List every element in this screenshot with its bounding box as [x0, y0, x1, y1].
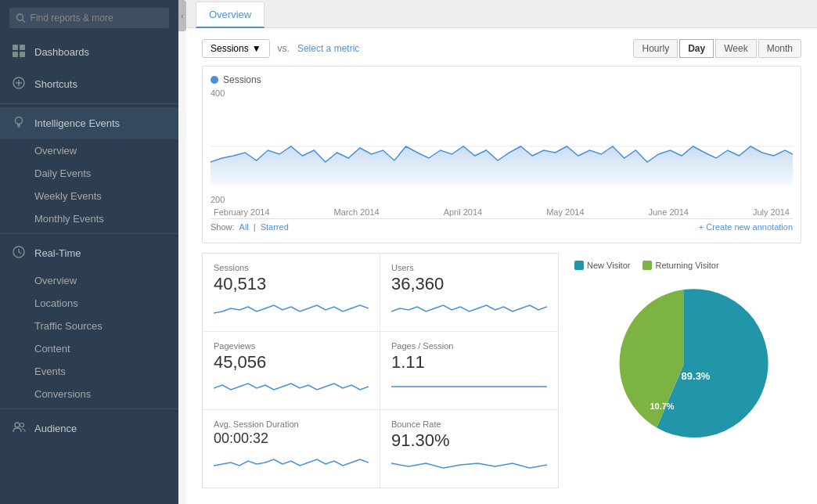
sessions-legend: Sessions	[211, 74, 793, 85]
select-metric-link[interactable]: Select a metric	[297, 43, 359, 54]
sidebar-item-audience-label: Audience	[34, 423, 77, 434]
sidebar-sub-rt-traffic[interactable]: Traffic Sources	[0, 315, 178, 337]
sparkline-sessions	[214, 297, 369, 319]
bulb-icon	[11, 115, 27, 131]
sparkline-pageviews	[214, 376, 369, 398]
legend-returning-label: Returning Visitor	[655, 261, 718, 270]
time-btn-hourly[interactable]: Hourly	[633, 39, 678, 58]
x-label-mar: March 2014	[334, 207, 380, 217]
sidebar-sub-rt-conversions[interactable]: Conversions	[0, 383, 178, 405]
stat-bounce-rate-value: 91.30%	[391, 430, 547, 451]
vs-label: vs.	[278, 43, 290, 54]
stat-pages-session-label: Pages / Session	[391, 341, 547, 351]
legend-returning: Returning Visitor	[642, 261, 718, 270]
legend-dot-returning	[642, 261, 652, 270]
stat-bounce-rate: Bounce Rate 91.30%	[380, 410, 558, 488]
annotation-bar: Show: All | Starred + Create new annotat…	[211, 218, 793, 235]
stat-pageviews-label: Pageviews	[214, 341, 369, 351]
chart-area: Sessions 400	[202, 66, 801, 243]
time-btn-month[interactable]: Month	[758, 39, 801, 58]
divider-1	[0, 103, 178, 104]
sidebar-item-real-time[interactable]: Real-Time	[0, 237, 178, 269]
legend-new-visitor: New Visitor	[574, 261, 630, 270]
starred-link[interactable]: Starred	[261, 222, 289, 232]
tab-bar: Overview	[186, 0, 817, 28]
sparkline-users	[391, 297, 547, 319]
x-label-feb: February 2014	[214, 207, 270, 217]
clock-icon	[11, 245, 27, 261]
sessions-button[interactable]: Sessions ▼	[202, 39, 270, 58]
stat-pageviews: Pageviews 45,056	[203, 332, 380, 410]
stat-users-value: 36,360	[391, 274, 547, 294]
pie-svg: 89.3% 10.7%	[598, 278, 770, 450]
pie-chart-container: New Visitor Returning Visitor	[567, 253, 801, 488]
svg-rect-4	[13, 52, 18, 57]
legend-dot-new	[574, 261, 584, 270]
stat-pages-session-value: 1.11	[391, 352, 547, 373]
svg-rect-3	[20, 45, 25, 50]
sessions-legend-label: Sessions	[223, 74, 261, 85]
sidebar-sub-ie-daily[interactable]: Daily Events	[0, 162, 178, 185]
pie-legend: New Visitor Returning Visitor	[574, 261, 719, 270]
x-label-may: May 2014	[546, 207, 584, 217]
pie-label-new: 89.3%	[682, 370, 711, 382]
stat-avg-duration: Avg. Session Duration 00:00:32	[203, 410, 380, 488]
time-btn-day[interactable]: Day	[679, 39, 714, 58]
sidebar-sub-rt-locations[interactable]: Locations	[0, 292, 178, 315]
show-controls: Show: All | Starred	[211, 222, 289, 232]
chart-y-400: 400	[211, 88, 793, 98]
stat-avg-duration-label: Avg. Session Duration	[214, 419, 369, 429]
svg-point-9	[16, 117, 23, 124]
shortcuts-icon	[11, 76, 27, 92]
sparkline-bounce	[391, 454, 547, 476]
sidebar-item-audience[interactable]: Audience	[0, 412, 178, 445]
sidebar-sub-rt-content[interactable]: Content	[0, 337, 178, 360]
x-label-jun: June 2014	[649, 207, 689, 217]
top-controls-row: Sessions ▼ vs. Select a metric Hourly Da…	[202, 39, 801, 58]
sparkline-duration	[214, 450, 369, 472]
sidebar-item-dashboards[interactable]: Dashboards	[0, 36, 178, 68]
time-btn-week[interactable]: Week	[715, 39, 756, 58]
sidebar-collapse-arrow[interactable]: ‹	[178, 0, 186, 31]
stat-users: Users 36,360	[380, 254, 558, 332]
left-controls: Sessions ▼ vs. Select a metric	[202, 39, 359, 58]
sidebar-sub-ie-weekly[interactable]: Weekly Events	[0, 185, 178, 207]
divider-3	[0, 409, 178, 409]
pie-label-returning: 10.7%	[650, 401, 674, 411]
all-link[interactable]: All	[239, 222, 249, 232]
sidebar-item-shortcuts[interactable]: Shortcuts	[0, 68, 178, 100]
stat-sessions-label: Sessions	[214, 263, 369, 272]
tab-overview[interactable]: Overview	[196, 2, 265, 28]
stats-grid: Sessions 40,513 Users 36,360 Pagev	[202, 253, 559, 488]
stat-users-label: Users	[391, 263, 547, 272]
sidebar-sub-ie-monthly[interactable]: Monthly Events	[0, 207, 178, 230]
sidebar-sub-rt-events[interactable]: Events	[0, 360, 178, 383]
stat-pageviews-value: 45,056	[214, 352, 369, 373]
svg-point-0	[16, 14, 23, 20]
people-icon	[11, 420, 27, 437]
x-label-apr: April 2014	[444, 207, 483, 217]
stats-pie-row: Sessions 40,513 Users 36,360 Pagev	[202, 253, 801, 488]
search-input[interactable]	[31, 13, 163, 23]
chart-x-labels: February 2014 March 2014 April 2014 May …	[211, 207, 793, 217]
sidebar-item-shortcuts-label: Shortcuts	[34, 78, 77, 90]
sidebar-sub-ie-overview[interactable]: Overview	[0, 139, 178, 162]
svg-rect-5	[20, 52, 25, 57]
grid-icon	[11, 44, 27, 60]
svg-point-16	[15, 423, 20, 427]
create-annotation-link[interactable]: + Create new annotation	[699, 222, 793, 232]
search-icon	[16, 13, 26, 23]
sparkline-pages-session	[391, 376, 547, 398]
svg-line-1	[23, 20, 25, 22]
sidebar-sub-rt-overview[interactable]: Overview	[0, 269, 178, 292]
stat-sessions-value: 40,513	[214, 274, 369, 294]
stat-pages-session: Pages / Session 1.11	[380, 332, 558, 410]
legend-new-label: New Visitor	[587, 261, 630, 270]
sidebar-item-intelligence-events[interactable]: Intelligence Events	[0, 107, 178, 139]
sidebar-item-rt-label: Real-Time	[34, 247, 81, 259]
right-controls: Hourly Day Week Month	[633, 39, 801, 58]
search-box[interactable]	[9, 8, 169, 28]
sessions-dot	[211, 76, 218, 84]
separator: |	[254, 222, 256, 232]
x-label-jul: July 2014	[753, 207, 790, 217]
